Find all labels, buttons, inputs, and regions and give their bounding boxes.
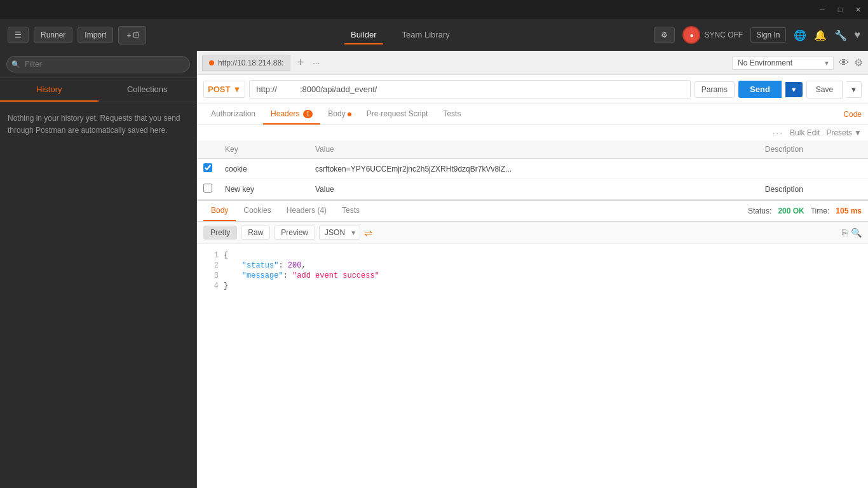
history-tab[interactable]: History bbox=[0, 78, 98, 102]
row-value: csrftoken=YPY6UCCEmjr2jnc2h5jZXRHt9dzqBr… bbox=[309, 159, 759, 179]
time-value: 105 ms bbox=[836, 207, 862, 215]
new-desc-cell[interactable]: Description bbox=[759, 179, 868, 200]
sidebar-toggle-button[interactable]: ☰ bbox=[8, 27, 29, 43]
send-dropdown-button[interactable]: ▼ bbox=[785, 82, 803, 97]
search-button[interactable]: 🔍 bbox=[851, 227, 862, 238]
body-tab-dot bbox=[348, 112, 351, 116]
tab-pre-request[interactable]: Pre-request Script bbox=[359, 104, 436, 125]
gear-icon-btn[interactable]: ⚙ bbox=[654, 27, 675, 43]
params-button[interactable]: Params bbox=[695, 81, 735, 98]
row-description bbox=[759, 159, 868, 179]
new-tab-button[interactable]: ＋⊡ bbox=[118, 26, 146, 44]
send-button[interactable]: Send bbox=[738, 81, 782, 98]
heart-icon[interactable]: ♥ bbox=[855, 29, 861, 41]
headers-table: Key Value Description cookie csrftoken=Y… bbox=[197, 140, 868, 200]
save-button[interactable]: Save bbox=[806, 81, 843, 98]
code-content: "status": 200, bbox=[221, 261, 862, 271]
body-tab-label: Body bbox=[328, 109, 345, 118]
new-value-cell[interactable]: Value bbox=[309, 179, 759, 200]
format-raw-button[interactable]: Raw bbox=[241, 226, 270, 240]
globe-icon[interactable]: 🌐 bbox=[794, 29, 806, 41]
col-value: Value bbox=[309, 140, 759, 159]
builder-nav-button[interactable]: Builder bbox=[344, 26, 383, 44]
presets-button[interactable]: Presets ▼ bbox=[826, 128, 862, 137]
filter-input[interactable] bbox=[6, 56, 190, 72]
code-link[interactable]: Code bbox=[843, 110, 862, 119]
row-checkbox[interactable] bbox=[203, 163, 212, 172]
request-area: http://10.18.214.88: + ··· No Environmen… bbox=[197, 51, 868, 488]
sign-in-button[interactable]: Sign In bbox=[750, 27, 785, 43]
line-number: 3 bbox=[203, 271, 221, 281]
add-tab-button[interactable]: + bbox=[294, 56, 306, 69]
resp-tab-tests[interactable]: Tests bbox=[334, 201, 367, 221]
tab-url-label: http://10.18.214.88: bbox=[218, 58, 283, 67]
row-key: cookie bbox=[219, 159, 309, 179]
more-options-icon[interactable]: ··· bbox=[772, 128, 783, 138]
request-nav-tabs: Authorization Headers 1 Body Pre-request… bbox=[197, 104, 868, 125]
table-actions: ··· Bulk Edit Presets ▼ bbox=[197, 125, 868, 140]
status-value: 200 OK bbox=[778, 207, 804, 215]
new-key-cell[interactable]: New key bbox=[219, 179, 309, 200]
method-label: POST bbox=[208, 85, 230, 94]
presets-chevron-icon: ▼ bbox=[854, 128, 862, 137]
code-line-2: 2 "status": 200, bbox=[203, 261, 862, 271]
headers-tab-label: Headers bbox=[271, 109, 302, 118]
col-checkbox bbox=[197, 140, 219, 159]
tab-tests[interactable]: Tests bbox=[435, 104, 468, 125]
environment-select[interactable]: No Environment bbox=[732, 56, 834, 70]
format-preview-button[interactable]: Preview bbox=[274, 226, 315, 240]
sidebar-icon: ☰ bbox=[15, 30, 22, 39]
response-status-area: Status: 200 OK Time: 105 ms bbox=[748, 207, 862, 215]
env-settings-icon[interactable]: ⚙ bbox=[854, 57, 863, 69]
tab-authorization[interactable]: Authorization bbox=[203, 104, 263, 125]
method-chevron-icon: ▼ bbox=[233, 85, 241, 94]
col-description: Description bbox=[759, 140, 868, 159]
sidebar: 🔍 History Collections Nothing in your hi… bbox=[0, 51, 197, 488]
tab-headers[interactable]: Headers 1 bbox=[263, 104, 320, 125]
presets-label: Presets bbox=[826, 128, 852, 137]
line-number: 1 bbox=[203, 250, 221, 261]
table-row: cookie csrftoken=YPY6UCCEmjr2jnc2h5jZXRH… bbox=[197, 159, 868, 179]
sidebar-filter-area: 🔍 bbox=[0, 51, 196, 78]
tab-body[interactable]: Body bbox=[320, 104, 358, 125]
import-button[interactable]: Import bbox=[78, 27, 113, 43]
resp-tab-body[interactable]: Body bbox=[203, 201, 236, 221]
collections-tab[interactable]: Collections bbox=[98, 78, 197, 102]
maximize-button[interactable]: □ bbox=[835, 6, 845, 13]
eye-icon[interactable]: 👁 bbox=[839, 57, 849, 69]
minimize-button[interactable]: ─ bbox=[817, 6, 827, 13]
code-line-4: 4 } bbox=[203, 281, 862, 291]
sidebar-history-empty: Nothing in your history yet. Requests th… bbox=[0, 102, 196, 488]
url-input[interactable] bbox=[249, 80, 690, 98]
team-library-nav-button[interactable]: Team Library bbox=[396, 26, 456, 44]
request-tab-bar: http://10.18.214.88: + ··· No Environmen… bbox=[197, 51, 868, 75]
save-dropdown-button[interactable]: ▼ bbox=[846, 81, 862, 98]
code-table: 1 { 2 "status": 200, 3 bbox=[203, 250, 862, 291]
main-layout: 🔍 History Collections Nothing in your hi… bbox=[0, 51, 868, 488]
new-row-checkbox[interactable] bbox=[203, 184, 212, 193]
code-line-3: 3 "message": "add event success" bbox=[203, 271, 862, 281]
resp-tab-cookies[interactable]: Cookies bbox=[236, 201, 278, 221]
copy-button[interactable]: ⎘ bbox=[842, 227, 847, 238]
new-tab-icon: ＋⊡ bbox=[125, 30, 139, 41]
col-key: Key bbox=[219, 140, 309, 159]
resp-tab-headers[interactable]: Headers (4) bbox=[279, 201, 334, 221]
table-row-new: New key Value Description bbox=[197, 179, 868, 200]
sync-area: ● SYNC OFF bbox=[682, 26, 743, 44]
bulk-edit-button[interactable]: Bulk Edit bbox=[790, 128, 820, 137]
bell-icon[interactable]: 🔔 bbox=[814, 29, 827, 41]
method-select[interactable]: POST ▼ bbox=[203, 81, 245, 98]
close-button[interactable]: ✕ bbox=[853, 6, 863, 14]
format-pretty-button[interactable]: Pretty bbox=[203, 226, 237, 240]
runner-button[interactable]: Runner bbox=[34, 27, 72, 43]
search-icon: 🔍 bbox=[11, 60, 20, 69]
code-content: "message": "add event success" bbox=[221, 271, 862, 281]
wrap-button[interactable]: ⇌ bbox=[364, 227, 372, 239]
more-tabs-button[interactable]: ··· bbox=[310, 58, 323, 68]
title-bar: ─ □ ✕ bbox=[0, 0, 868, 19]
wrench-icon[interactable]: 🔧 bbox=[834, 29, 847, 41]
time-label: Time: bbox=[811, 207, 830, 215]
request-tab[interactable]: http://10.18.214.88: bbox=[202, 55, 290, 71]
format-type-select[interactable]: JSON bbox=[319, 226, 360, 240]
code-viewer: 1 { 2 "status": 200, 3 bbox=[197, 244, 868, 488]
